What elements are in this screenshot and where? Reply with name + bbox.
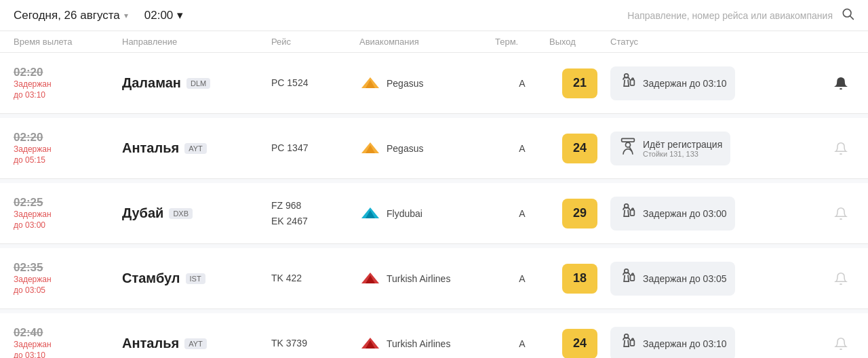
status-cell: Задержан до 03:05: [610, 262, 827, 296]
date-chevron: ▾: [124, 11, 128, 20]
airline-cell: Pegasus: [359, 73, 495, 94]
destination-code: DLM: [186, 78, 210, 89]
status-box: Задержан до 03:10: [610, 66, 735, 100]
table-header: Время вылета Направление Рейс Авиакомпан…: [0, 31, 868, 53]
terminal-cell: A: [495, 273, 549, 284]
svg-rect-17: [631, 210, 635, 215]
status-main: Задержан до 03:10: [643, 78, 727, 89]
svg-rect-31: [631, 340, 635, 345]
status-cell: Задержан до 03:10: [610, 327, 827, 359]
terminal-cell: A: [495, 143, 549, 154]
top-bar-left: Сегодня, 26 августа ▾ 02:00 ▾: [14, 8, 183, 22]
status-box: Задержан до 03:05: [610, 262, 735, 296]
delay-text: Задержандо 03:10: [14, 79, 122, 100]
dep-time-cell: 02:25 Задержандо 03:00: [14, 196, 122, 231]
airline-name: Pegasus: [387, 143, 423, 154]
status-main: Задержан до 03:10: [643, 338, 727, 349]
table-row: 02:35 Задержандо 03:05 Стамбул IST TK 42…: [0, 248, 868, 309]
status-icon: [618, 202, 637, 225]
delay-text: Задержандо 03:10: [14, 340, 122, 358]
airline-logo-icon: [359, 73, 381, 94]
airline-logo-icon: [359, 333, 381, 355]
destination-name: Дубай: [122, 205, 163, 221]
status-box: Идёт регистрация Стойки 131, 133: [610, 132, 730, 165]
status-main: Задержан до 03:05: [643, 273, 727, 284]
delay-text: Задержандо 03:00: [14, 210, 122, 231]
svg-rect-5: [631, 79, 635, 85]
table-row: 02:25 Задержандо 03:00 Дубай DXB FZ 968E…: [0, 183, 868, 244]
search-placeholder: Направление, номер рейса или авиакомпани…: [627, 10, 833, 21]
top-bar: Сегодня, 26 августа ▾ 02:00 ▾ Направлени…: [0, 0, 868, 31]
terminal-cell: A: [495, 78, 549, 89]
destination-name: Даламан: [122, 75, 181, 91]
time-selector[interactable]: 02:00 ▾: [144, 8, 184, 22]
dep-time-cell: 02:20 Задержандо 05:15: [14, 131, 122, 165]
delay-text: Задержандо 05:15: [14, 144, 122, 165]
destination-code: IST: [186, 273, 205, 284]
bell-button[interactable]: [827, 272, 854, 285]
terminal-cell: A: [495, 338, 549, 349]
destination-code: DXB: [169, 208, 193, 219]
gate-cell: 18: [549, 264, 610, 294]
gate-cell: 29: [549, 199, 610, 228]
bell-button[interactable]: [827, 142, 854, 155]
terminal-cell: A: [495, 208, 549, 219]
col-flight: Рейс: [271, 37, 359, 47]
gate-badge: 21: [562, 68, 597, 98]
destination-name: Стамбул: [122, 271, 180, 286]
airline-logo-icon: [359, 138, 381, 159]
status-text-wrap: Идёт регистрация Стойки 131, 133: [643, 139, 722, 158]
dep-time-cell: 02:20 Задержандо 03:10: [14, 66, 122, 100]
time-chevron: ▾: [177, 8, 183, 22]
status-sub: Стойки 131, 133: [643, 150, 722, 158]
status-cell: Задержан до 03:00: [610, 197, 827, 231]
airline-cell: Flydubai: [359, 203, 495, 224]
airline-name: Flydubai: [387, 208, 422, 219]
date-selector[interactable]: Сегодня, 26 августа ▾: [14, 9, 128, 22]
flight-number: TK 422: [271, 271, 359, 285]
airline-cell: Turkish Airlines: [359, 333, 495, 355]
date-label: Сегодня, 26 августа: [14, 9, 120, 22]
destination-name: Анталья: [122, 336, 179, 351]
status-text-wrap: Задержан до 03:00: [643, 208, 727, 219]
status-text-wrap: Задержан до 03:05: [643, 273, 727, 284]
status-icon: [618, 332, 637, 355]
gate-cell: 21: [549, 68, 610, 98]
bell-button[interactable]: [827, 77, 854, 90]
gate-cell: 24: [549, 134, 610, 163]
col-gate: Выход: [549, 37, 610, 47]
dep-time: 02:25: [14, 196, 122, 210]
status-cell: Идёт регистрация Стойки 131, 133: [610, 132, 827, 165]
flight-number: TK 3739: [271, 336, 359, 351]
destination-cell: Анталья AYT: [122, 336, 271, 351]
status-text-wrap: Задержан до 03:10: [643, 338, 727, 349]
status-cell: Задержан до 03:10: [610, 66, 827, 100]
gate-badge: 18: [562, 264, 597, 294]
col-airline: Авиакомпания: [359, 37, 495, 47]
airline-name: Turkish Airlines: [387, 273, 450, 284]
table-row: 02:40 Задержандо 03:10 Анталья AYT TK 37…: [0, 313, 868, 358]
flights-container: 02:20 Задержандо 03:10 Даламан DLM PC 15…: [0, 53, 868, 358]
col-status: Статус: [610, 37, 827, 47]
svg-point-12: [626, 142, 631, 147]
bell-button[interactable]: [827, 337, 854, 351]
dep-time: 02:20: [14, 131, 122, 144]
destination-cell: Даламан DLM: [122, 75, 271, 91]
svg-rect-11: [622, 138, 635, 142]
gate-badge: 24: [562, 134, 597, 163]
dep-time: 02:20: [14, 66, 122, 79]
col-dep-time: Время вылета: [14, 37, 122, 47]
destination-name: Анталья: [122, 140, 179, 156]
status-main: Задержан до 03:00: [643, 208, 727, 219]
bell-button[interactable]: [827, 207, 854, 220]
search-icon[interactable]: [841, 7, 854, 24]
dep-time: 02:35: [14, 261, 122, 275]
col-bell: [827, 37, 854, 47]
status-icon: [618, 267, 637, 290]
airline-cell: Turkish Airlines: [359, 268, 495, 290]
gate-badge: 24: [562, 329, 597, 359]
dep-time-cell: 02:35 Задержандо 03:05: [14, 261, 122, 296]
flight-number: PC 1524: [271, 75, 359, 90]
svg-rect-24: [631, 275, 635, 280]
airline-logo-icon: [359, 268, 381, 290]
